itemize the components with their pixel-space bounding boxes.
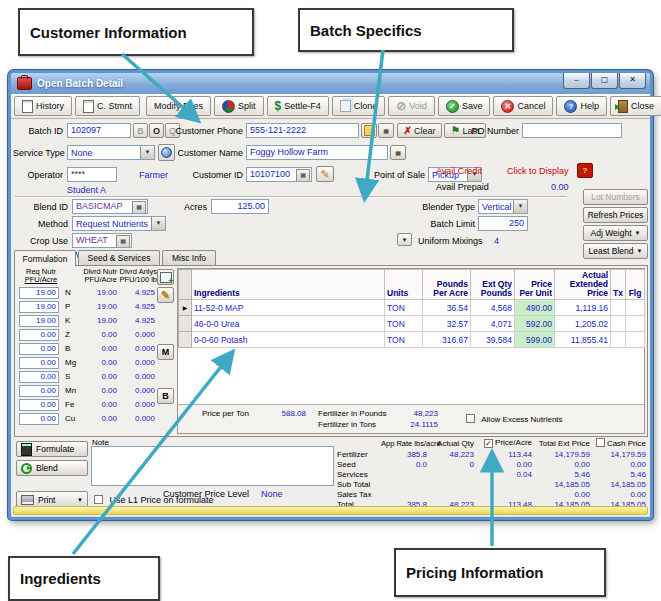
tab-misc-info[interactable]: Misc Info — [162, 250, 216, 265]
customer-name-field[interactable]: Foggy Hollow Farm — [246, 145, 388, 160]
flg-cell — [626, 332, 645, 348]
add-ingredient-button[interactable] — [157, 269, 174, 285]
batch-id-field[interactable]: 102097 — [67, 123, 131, 138]
lot-numbers-button[interactable]: Lot Numbers — [583, 189, 648, 205]
ingredient-row[interactable]: ▶ 11-52-0 MAP TON 36.54 4,568 490.00 1,1… — [179, 300, 645, 316]
col-tx[interactable]: Tx — [611, 270, 626, 300]
tx-cell — [611, 300, 626, 316]
customer-phone-field[interactable]: 555-121-2222 — [246, 123, 359, 138]
req-input[interactable]: 0.00 — [19, 399, 59, 411]
close-button[interactable]: Close — [610, 96, 661, 116]
lookup-icon[interactable]: ▦ — [132, 201, 146, 214]
blend-id-field[interactable]: BASICMAP ▦ — [72, 199, 148, 214]
phone-lookup-button[interactable]: ▦ — [378, 123, 394, 138]
grid-add-icon — [160, 272, 172, 283]
c-stmnt-button[interactable]: C. Stmnt — [75, 96, 140, 116]
chevron-down-icon[interactable] — [151, 217, 165, 230]
ingredient-row[interactable]: 0-0-60 Potash TON 316.67 39,584 599.00 1… — [179, 332, 645, 348]
col-actual-extended-price[interactable]: Actual Extended Price — [555, 270, 611, 300]
formulate-button[interactable]: Formulate — [16, 441, 88, 457]
customer-id-field[interactable]: 10107100 ▦ — [246, 167, 312, 182]
batch-b-button[interactable]: B — [133, 123, 148, 138]
req-input[interactable]: 0.00 — [19, 413, 59, 425]
save-button[interactable]: ✓ Save — [438, 96, 491, 116]
b-button[interactable]: B — [157, 388, 174, 404]
batch-limit-field[interactable]: 250 — [478, 216, 528, 231]
po-number-field[interactable] — [522, 123, 622, 138]
phone-note-button[interactable] — [361, 123, 377, 138]
c-stmnt-label: C. Stmnt — [97, 101, 132, 111]
pencil-icon: ✎ — [320, 168, 329, 181]
refresh-prices-button[interactable]: Refresh Prices — [583, 207, 648, 223]
titlebar[interactable]: Open Batch Detail – ▢ ✕ — [11, 73, 650, 94]
help-button[interactable]: ? Help — [556, 96, 607, 116]
statement-icon — [83, 100, 94, 113]
allow-excess-checkbox[interactable] — [466, 414, 475, 423]
maximize-button[interactable]: ▢ — [591, 73, 618, 89]
avail-credit-display-link[interactable]: Click to Display — [507, 166, 569, 176]
row-selector — [179, 332, 192, 348]
use-l1-checkbox[interactable] — [94, 495, 103, 504]
lookup-icon[interactable]: ▦ — [296, 169, 310, 182]
m-button[interactable]: M — [157, 344, 174, 360]
crop-use-field[interactable]: WHEAT ▦ — [72, 233, 132, 248]
method-dropdown[interactable]: Request Nutrients — [72, 216, 166, 231]
col-flg[interactable]: Flg — [626, 270, 645, 300]
tab-formulation[interactable]: Formulation — [14, 250, 76, 266]
customer-name-lookup-button[interactable]: ▦ — [390, 145, 406, 160]
modify-fees-button[interactable]: Modify Fees — [146, 96, 211, 116]
close-window-button[interactable]: ✕ — [619, 73, 646, 89]
app-icon — [17, 77, 32, 90]
cancel-button[interactable]: ✕ Cancel — [493, 96, 553, 116]
batch-o-button[interactable]: O — [149, 123, 164, 138]
blender-type-dropdown[interactable]: Vertical — [478, 199, 528, 214]
req-input[interactable]: 0.00 — [19, 357, 59, 369]
req-input[interactable]: 19.00 — [19, 301, 59, 313]
uniform-mixings-dropdown-button[interactable]: ▼ — [397, 233, 412, 246]
operator-field[interactable]: **** — [67, 167, 117, 182]
history-button[interactable]: History — [14, 96, 72, 116]
chevron-down-icon[interactable] — [513, 200, 527, 213]
tab-seed-services[interactable]: Seed & Services — [78, 250, 160, 265]
service-type-dropdown[interactable]: None — [67, 145, 155, 160]
col-units[interactable]: Units — [385, 270, 423, 300]
tx-cell — [611, 316, 626, 332]
ext-qty: 39,584 — [471, 332, 515, 348]
selector-header — [179, 270, 192, 300]
cash-price-checkbox[interactable] — [596, 438, 605, 447]
blender-type-value: Vertical — [482, 202, 512, 212]
least-blend-button[interactable]: Least Blend ▼ — [583, 243, 648, 259]
split-button[interactable]: Split — [214, 96, 264, 116]
acres-field[interactable]: 125.00 — [211, 199, 269, 214]
clear-button[interactable]: ✗ Clear — [397, 123, 442, 138]
req-input[interactable]: 0.00 — [19, 329, 59, 341]
void-button[interactable]: ⊘ Void — [388, 96, 435, 116]
clone-button[interactable]: Clone — [332, 96, 386, 116]
col-ingredients[interactable]: Ingredients — [192, 270, 385, 300]
blend-button[interactable]: Blend — [16, 460, 88, 476]
lookup-icon[interactable]: ▦ — [116, 235, 130, 248]
col-price-per-unit[interactable]: Price Per Unit — [515, 270, 555, 300]
chevron-down-icon[interactable] — [140, 146, 154, 159]
col-ext-qty-pounds[interactable]: Ext Qty Pounds — [471, 270, 515, 300]
customer-edit-button[interactable]: ✎ — [316, 166, 334, 182]
req-input[interactable]: 0.00 — [19, 385, 59, 397]
adj-weight-button[interactable]: Adj Weight ▼ — [583, 225, 648, 241]
req-input[interactable]: 0.00 — [19, 343, 59, 355]
col-pounds-per-acre[interactable]: Pounds Per Acre — [423, 270, 471, 300]
req-input[interactable]: 0.00 — [19, 371, 59, 383]
minimize-button[interactable]: – — [563, 73, 590, 89]
req-input[interactable]: 19.00 — [19, 315, 59, 327]
chevron-down-icon[interactable]: ▼ — [77, 497, 83, 503]
req-input[interactable]: 19.00 — [19, 287, 59, 299]
formulate-label: Formulate — [36, 444, 74, 454]
edit-ingredient-button[interactable]: ✎ — [157, 287, 174, 303]
price-acre-checkbox[interactable] — [484, 439, 493, 448]
nutrient-row-S: 0.00 S 0.00 0.000 — [19, 371, 155, 384]
ingredient-row[interactable]: 46-0-0 Urea TON 32.57 4,071 592.00 1,205… — [179, 316, 645, 332]
credit-display-button[interactable]: ? — [577, 163, 593, 178]
settle-button[interactable]: $ Settle-F4 — [267, 96, 329, 116]
nutrient-row-P: 19.00 P 19.00 4.925 — [19, 301, 155, 314]
note-textarea[interactable] — [91, 446, 334, 486]
history-label: History — [36, 101, 64, 111]
